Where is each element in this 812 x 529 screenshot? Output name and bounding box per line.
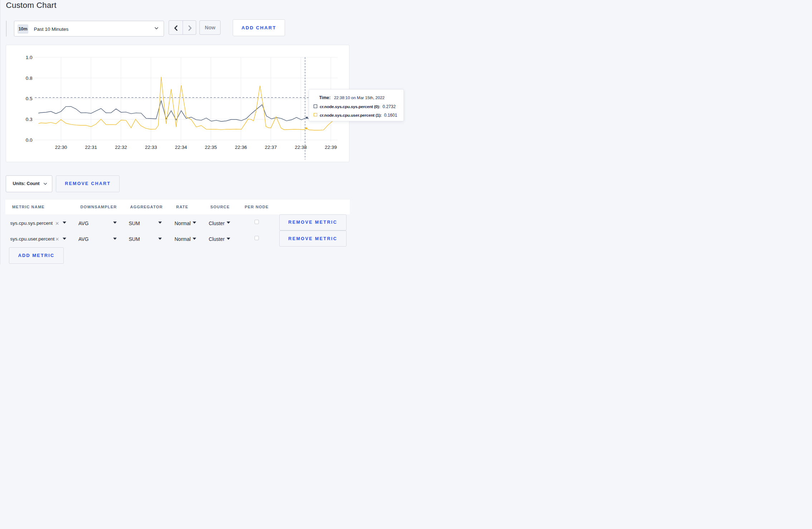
svg-text:22:37: 22:37 (265, 145, 277, 150)
svg-text:0.3: 0.3 (26, 117, 33, 122)
svg-text:0.0: 0.0 (26, 137, 33, 143)
svg-text:22:31: 22:31 (85, 145, 97, 150)
svg-text:1.0: 1.0 (26, 55, 33, 60)
svg-text:22:32: 22:32 (115, 145, 127, 150)
svg-text:0.8: 0.8 (26, 76, 33, 81)
svg-text:22:33: 22:33 (145, 145, 157, 150)
svg-text:22:36: 22:36 (235, 145, 247, 150)
svg-text:22:35: 22:35 (205, 145, 217, 150)
svg-text:0.5: 0.5 (26, 96, 33, 102)
svg-text:22:30: 22:30 (55, 145, 67, 150)
svg-text:22:34: 22:34 (175, 145, 187, 150)
svg-text:22:39: 22:39 (325, 145, 337, 150)
